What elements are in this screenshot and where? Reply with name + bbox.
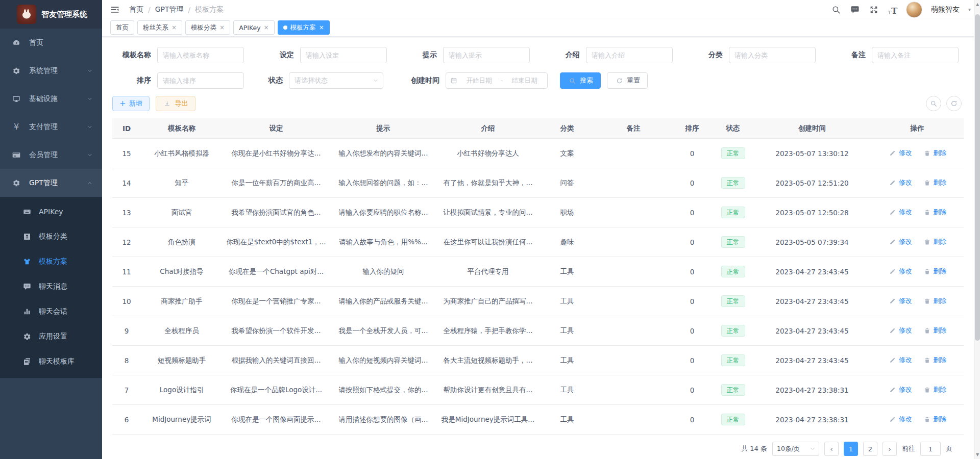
user-avatar[interactable] <box>906 2 922 18</box>
cell-template-name: 面试官 <box>141 208 223 217</box>
goto-page-input[interactable] <box>920 442 941 456</box>
cell-status: 正常 <box>713 266 753 277</box>
edit-link[interactable]: 修改 <box>888 326 912 335</box>
edit-link[interactable]: 修改 <box>888 178 912 187</box>
cell-template-name: 小红书风格模拟器 <box>141 149 223 158</box>
page-size-select[interactable]: 10条/页 <box>772 442 819 456</box>
cell-prompt: 请用描述你想要的图像（画... <box>330 415 437 424</box>
edit-link[interactable]: 修改 <box>888 208 912 217</box>
sidebar-item-template-plan[interactable]: 模板方案 <box>0 249 102 274</box>
edit-link[interactable]: 修改 <box>888 148 912 158</box>
edit-link[interactable]: 修改 <box>888 296 912 305</box>
delete-link[interactable]: 删除 <box>922 326 946 335</box>
message-icon[interactable] <box>849 4 861 15</box>
user-name[interactable]: 萌熊智友 <box>931 5 960 14</box>
font-size-icon[interactable]: TT <box>887 4 898 15</box>
delete-link[interactable]: 删除 <box>922 208 946 217</box>
edit-link[interactable]: 修改 <box>888 385 912 394</box>
hamburger-icon[interactable] <box>110 4 121 15</box>
setting-input[interactable] <box>300 47 387 63</box>
delete-link[interactable]: 删除 <box>922 355 946 365</box>
status-badge: 正常 <box>721 325 745 337</box>
chevron-up-icon <box>87 180 93 186</box>
table-row: 14 知乎 你是一位年薪百万的商业高... 输入你想回答的问题，如：... 有了… <box>112 168 964 198</box>
close-icon[interactable]: × <box>172 24 177 31</box>
breadcrumb-gpt[interactable]: GPT管理 <box>155 5 184 14</box>
breadcrumb-home[interactable]: 首页 <box>129 5 143 14</box>
date-range-picker[interactable]: 开始日期 - 结束日期 <box>446 72 548 89</box>
reset-button[interactable]: 重置 <box>607 72 648 89</box>
sidebar-item-template-category[interactable]: 模板分类 <box>0 224 102 249</box>
sidebar-item-gpt[interactable]: GPT管理 <box>0 169 102 197</box>
close-icon[interactable]: × <box>319 24 324 31</box>
intro-input[interactable] <box>586 47 673 63</box>
sidebar-item-system[interactable]: 系统管理 <box>0 57 102 85</box>
tab-apikey[interactable]: APIKey × <box>233 20 275 35</box>
chevron-down-icon <box>373 78 379 84</box>
cell-status: 正常 <box>713 354 753 366</box>
sidebar-item-chat-session[interactable]: 聊天会话 <box>0 299 102 324</box>
table-row: 8 短视频标题助手 根据我输入的关键词直接回... 输入你的短视频内容关键词..… <box>112 346 964 375</box>
close-icon[interactable]: × <box>264 24 269 31</box>
scroll-down-icon[interactable]: ▼ <box>974 452 980 457</box>
cell-actions: 修改 删除 <box>871 415 964 424</box>
prev-page-button[interactable]: ‹ <box>824 442 839 456</box>
delete-link[interactable]: 删除 <box>922 385 946 394</box>
edit-link[interactable]: 修改 <box>888 415 912 424</box>
delete-link[interactable]: 删除 <box>922 415 946 424</box>
sidebar-item-apikey[interactable]: APIKey <box>0 199 102 224</box>
filter-setting: 设定 <box>255 47 398 63</box>
template-name-input[interactable] <box>157 47 244 63</box>
tab-template-plan[interactable]: 模板方案 × <box>278 20 330 35</box>
edit-link[interactable]: 修改 <box>888 237 912 246</box>
search-button[interactable]: 搜索 <box>560 72 601 89</box>
delete-link[interactable]: 删除 <box>922 237 946 246</box>
order-input[interactable] <box>157 72 244 89</box>
scroll-up-icon[interactable]: ▲ <box>974 2 980 7</box>
delete-link[interactable]: 删除 <box>922 296 946 305</box>
prompt-input[interactable] <box>443 47 530 63</box>
search-icon[interactable] <box>830 4 842 15</box>
sidebar-item-app-settings[interactable]: 应用设置 <box>0 324 102 349</box>
yen-icon: ¥ <box>12 122 21 132</box>
tab-template-category[interactable]: 模板分类 × <box>185 20 230 35</box>
category-input[interactable] <box>729 47 816 63</box>
add-button[interactable]: + 新增 <box>112 96 150 111</box>
page-1-button[interactable]: 1 <box>844 442 858 456</box>
export-button[interactable]: 导出 <box>156 96 195 111</box>
delete-link[interactable]: 删除 <box>922 267 946 276</box>
tab-home[interactable]: 首页 <box>110 20 134 35</box>
sidebar-item-payment[interactable]: ¥ 支付管理 <box>0 113 102 141</box>
edit-link[interactable]: 修改 <box>888 355 912 365</box>
logo-bar[interactable]: 智友管理系统 <box>0 0 102 29</box>
toggle-search-button[interactable] <box>926 96 941 111</box>
cell-id: 13 <box>112 209 141 217</box>
refresh-table-button[interactable] <box>946 96 962 111</box>
next-page-button[interactable]: › <box>883 442 897 456</box>
sidebar-item-infrastructure[interactable]: 基础设施 <box>0 85 102 113</box>
col-category: 分类 <box>539 124 595 133</box>
delete-link[interactable]: 删除 <box>922 178 946 187</box>
note-input[interactable] <box>872 47 959 63</box>
fullscreen-icon[interactable] <box>868 4 879 15</box>
status-select[interactable]: 请选择状态 <box>289 72 383 89</box>
caret-down-icon[interactable]: ▾ <box>968 7 971 12</box>
col-order: 排序 <box>672 124 713 133</box>
table-toolbar: + 新增 导出 <box>112 96 970 111</box>
sidebar-item-home[interactable]: 首页 <box>0 29 102 57</box>
edit-link[interactable]: 修改 <box>888 267 912 276</box>
cell-order: 0 <box>672 416 713 424</box>
sidebar-item-chat-message[interactable]: 聊天消息 <box>0 274 102 299</box>
close-icon[interactable]: × <box>219 24 225 31</box>
delete-link[interactable]: 删除 <box>922 148 946 158</box>
table-row: 13 面试官 我希望你扮演面试官的角色... 请输入你要应聘的职位名称... 让… <box>112 198 964 227</box>
page-2-button[interactable]: 2 <box>863 442 877 456</box>
filter-form-row1: 模板名称 设定 提示 介绍 分类 <box>112 47 970 63</box>
tab-fans-relation[interactable]: 粉丝关系 × <box>137 20 182 35</box>
download-icon <box>163 99 172 108</box>
cell-intro: 帮助你设计更有创意且具有... <box>437 386 539 395</box>
scrollbar-thumb[interactable] <box>975 14 980 341</box>
cell-template-name: 知乎 <box>141 178 223 188</box>
sidebar-item-member[interactable]: 会员管理 <box>0 141 102 169</box>
sidebar-item-chat-template-library[interactable]: 聊天模板库 <box>0 349 102 374</box>
